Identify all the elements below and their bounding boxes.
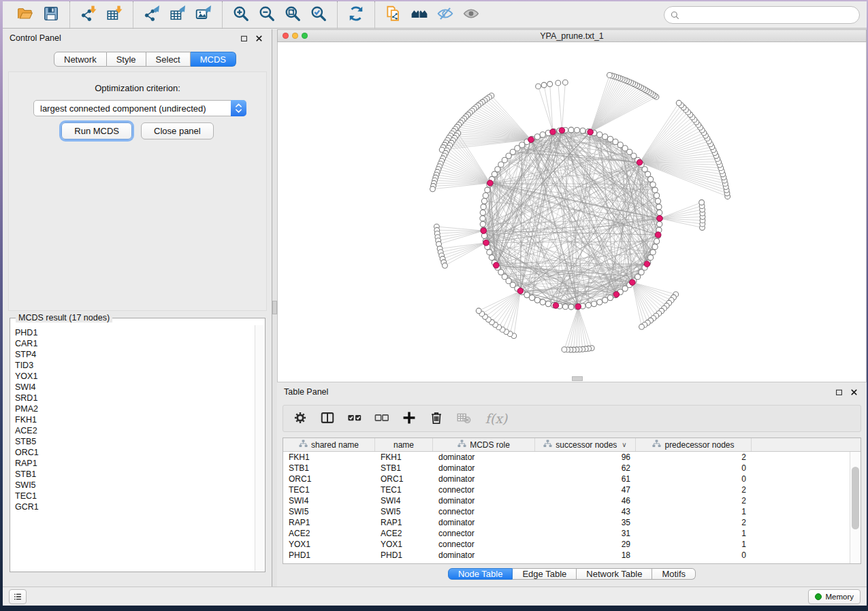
panel-splitter[interactable] (272, 29, 277, 587)
mcds-panel: Optimization criterion: largest connecte… (8, 71, 267, 311)
table-row[interactable]: SWI4SWI4dominator462 (283, 495, 850, 506)
task-history-button[interactable] (9, 589, 27, 604)
column-header-name[interactable]: name (375, 438, 433, 451)
mcds-result-item[interactable]: FKH1 (15, 414, 255, 425)
mcds-result-item[interactable]: STB1 (15, 469, 255, 480)
table-cell: 31 (535, 528, 636, 539)
table-row[interactable]: PHD1PHD1dominator180 (283, 550, 850, 561)
mcds-result-item[interactable]: TEC1 (15, 491, 255, 501)
mcds-result-item[interactable]: STP4 (15, 349, 255, 360)
export-table-button[interactable] (165, 4, 191, 26)
table-cell: 29 (535, 539, 636, 550)
memory-button[interactable]: Memory (808, 589, 861, 604)
apply-layout-button[interactable] (343, 4, 369, 26)
network-window-titlebar[interactable]: YPA_prune.txt_1 (277, 29, 867, 42)
mcds-result-item[interactable]: SWI5 (15, 480, 255, 491)
show-all-button[interactable] (458, 4, 484, 26)
table-cell: connector (433, 484, 535, 495)
column-header-predecessor-nodes[interactable]: predecessor nodes (636, 438, 752, 451)
mcds-result-item[interactable]: CAR1 (15, 338, 255, 349)
first-neighbors-button[interactable] (406, 4, 432, 26)
float-table-panel-icon[interactable] (833, 386, 845, 398)
table-row[interactable]: TEC1TEC1connector472 (283, 484, 850, 495)
tab-node-table[interactable]: Node Table (448, 568, 513, 580)
column-header-MCDS-role[interactable]: MCDS role (433, 438, 535, 451)
mcds-result-item[interactable]: PMA2 (15, 403, 255, 414)
search-field[interactable] (664, 6, 860, 24)
mcds-result-item[interactable]: YOX1 (15, 371, 255, 382)
zoom-fit-button[interactable] (280, 4, 306, 26)
close-panel-icon[interactable] (253, 32, 265, 44)
float-panel-icon[interactable] (238, 32, 250, 44)
select-all-button[interactable] (346, 410, 364, 427)
mcds-result-item[interactable]: RAP1 (15, 458, 255, 469)
optimization-criterion-select[interactable]: largest connected component (undirected) (33, 100, 246, 116)
mcds-result-item[interactable]: TID3 (15, 360, 255, 371)
table-cell: 2 (636, 452, 752, 463)
run-mcds-button[interactable]: Run MCDS (61, 122, 132, 139)
table-cell: STB1 (375, 463, 433, 474)
splitter-grip[interactable] (272, 301, 277, 314)
close-panel-button[interactable]: Close panel (141, 122, 214, 139)
mcds-result-item[interactable]: ACE2 (15, 425, 255, 436)
tab-network[interactable]: Network (54, 52, 107, 67)
network-canvas[interactable] (277, 42, 867, 382)
import-network-button[interactable] (76, 4, 101, 26)
zoom-out-button[interactable] (254, 4, 280, 26)
mcds-result-item[interactable]: SWI4 (15, 382, 255, 393)
tab-motifs[interactable]: Motifs (652, 568, 696, 580)
delete-button[interactable] (428, 410, 445, 427)
export-image-button[interactable] (191, 4, 216, 26)
table-cell: 2 (636, 495, 752, 506)
mcds-result-item[interactable]: SRD1 (15, 393, 255, 403)
table-cell: dominator (433, 495, 535, 506)
tab-edge-table[interactable]: Edge Table (513, 568, 577, 580)
column-header-shared-name[interactable]: shared name (283, 438, 375, 451)
table-row[interactable]: RAP1RAP1dominator352 (283, 517, 850, 528)
table-row[interactable]: FKH1FKH1dominator962 (283, 452, 850, 463)
mcds-result-item[interactable]: STB5 (15, 436, 255, 447)
mcds-list-scrollbar[interactable] (255, 325, 264, 571)
tab-style[interactable]: Style (107, 52, 146, 67)
table-row[interactable]: STB1STB1dominator620 (283, 463, 850, 474)
table-body: FKH1FKH1dominator962STB1STB1dominator620… (283, 452, 850, 563)
hide-selected-button[interactable] (432, 4, 458, 26)
mcds-result-item[interactable]: GCR1 (15, 501, 255, 512)
import-table-button[interactable] (101, 4, 127, 26)
table-cell: 0 (636, 474, 752, 484)
table-row[interactable]: SWI5SWI5connector431 (283, 506, 850, 517)
table-row[interactable]: ORC1ORC1dominator610 (283, 474, 850, 484)
zoom-in-button[interactable] (228, 4, 254, 26)
table-cell: 18 (535, 550, 636, 561)
deselect-all-icon (374, 410, 389, 427)
sort-desc-icon: ∨ (622, 441, 626, 448)
column-header-successor-nodes[interactable]: successor nodes∨ (535, 438, 636, 451)
table-splitter-grip[interactable] (572, 376, 583, 381)
zoom-selected-button[interactable] (306, 4, 332, 26)
network-graph[interactable] (278, 42, 866, 380)
add-button[interactable] (400, 410, 418, 427)
table-row[interactable]: ACE2ACE2connector311 (283, 528, 850, 539)
table-row[interactable]: YOX1YOX1connector291 (283, 539, 850, 550)
export-network-button[interactable] (139, 4, 165, 26)
show-all-icon (462, 5, 480, 24)
tab-network-table[interactable]: Network Table (577, 568, 652, 580)
mcds-result-list[interactable]: PHD1CAR1STP4TID3YOX1SWI4SRD1PMA2FKH1ACE2… (11, 325, 255, 571)
control-panel-tabs: NetworkStyleSelectMCDS (54, 52, 236, 67)
search-input[interactable] (680, 10, 859, 20)
table-cell: 1 (636, 528, 752, 539)
table-scrollbar[interactable] (850, 452, 861, 563)
mcds-result-item[interactable]: ORC1 (15, 447, 255, 458)
close-table-panel-icon[interactable] (848, 386, 860, 398)
settings-button[interactable] (291, 410, 309, 427)
table-scrollbar-thumb[interactable] (852, 467, 859, 529)
function-icon: f(x) (484, 411, 508, 426)
copy-network-button[interactable] (381, 4, 406, 26)
tab-select[interactable]: Select (146, 52, 191, 67)
save-button[interactable] (38, 4, 64, 26)
tab-mcds[interactable]: MCDS (191, 52, 236, 67)
column-view-button[interactable] (319, 410, 336, 427)
deselect-all-button[interactable] (373, 410, 391, 427)
open-button[interactable] (12, 4, 38, 26)
mcds-result-item[interactable]: PHD1 (15, 327, 255, 338)
